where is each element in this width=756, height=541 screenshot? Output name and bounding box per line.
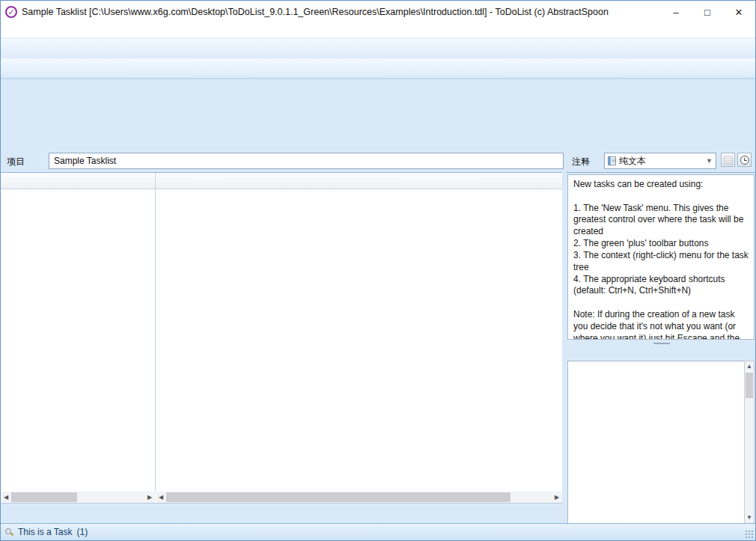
task-list-pane: ◀ ▶ ◀ ▶ [1, 172, 562, 503]
resize-grip[interactable] [745, 530, 754, 539]
project-row: 项目 Sample Tasklist 注释 纯文本 ▼ [1, 150, 755, 172]
window-title: Sample Tasklist [C:\Users\www.x6g.com\De… [22, 7, 661, 17]
attributes-grid [567, 361, 746, 524]
comments-label: 注释 [572, 156, 590, 168]
chevron-down-icon: ▼ [706, 157, 713, 165]
columns-hscrollbar[interactable]: ◀ ▶ [156, 492, 562, 503]
task-comments[interactable]: New tasks can be created using: 1. The '… [567, 174, 755, 340]
scroll-right-icon[interactable]: ▶ [144, 492, 155, 503]
app-window: ✓ Sample Tasklist [C:\Users\www.x6g.com\… [0, 0, 756, 541]
scroll-left-icon[interactable]: ◀ [156, 492, 166, 503]
close-button[interactable]: ✕ [733, 7, 745, 18]
view-tab-bar [1, 503, 562, 523]
status-selected-count: (1) [76, 527, 88, 537]
status-selected-task: This is a Task [18, 527, 72, 537]
comments-clock-button[interactable] [737, 153, 752, 167]
right-panel: New tasks can be created using: 1. The '… [567, 172, 755, 523]
scroll-thumb[interactable] [11, 492, 77, 502]
main-toolbar [1, 38, 755, 58]
filter-panel [1, 79, 755, 150]
scroll-left-icon[interactable]: ◀ [1, 492, 11, 503]
comments-format-value: 纯文本 [619, 155, 646, 168]
scroll-thumb[interactable] [746, 373, 753, 398]
maximize-button[interactable]: □ [701, 7, 713, 18]
column-splitter[interactable] [155, 173, 156, 492]
attributes-vscrollbar[interactable]: ▲ ▼ [744, 361, 755, 524]
minimize-button[interactable]: – [670, 7, 682, 18]
grid-icon [724, 156, 733, 165]
title-hscrollbar[interactable]: ◀ ▶ [1, 492, 155, 503]
comments-format-select[interactable]: 纯文本 ▼ [604, 153, 716, 169]
project-title-input[interactable]: Sample Tasklist [49, 153, 564, 169]
scroll-down-icon[interactable]: ▼ [745, 513, 754, 523]
notepad-icon [608, 156, 616, 165]
project-label: 项目 [7, 156, 25, 168]
status-bar: This is a Task (1) [1, 523, 755, 540]
clock-icon [740, 156, 749, 165]
app-icon: ✓ [5, 6, 17, 18]
attributes-toolbar [567, 346, 755, 361]
comments-grid-button[interactable] [721, 153, 735, 167]
scroll-right-icon[interactable]: ▶ [552, 492, 562, 503]
scroll-up-icon[interactable]: ▲ [745, 361, 754, 372]
scroll-thumb[interactable] [166, 492, 510, 502]
magnifier-icon [4, 528, 13, 537]
table-header [1, 173, 562, 189]
menu-bar [1, 23, 755, 38]
secondary-toolbar [1, 58, 755, 79]
title-bar: ✓ Sample Tasklist [C:\Users\www.x6g.com\… [1, 1, 755, 23]
